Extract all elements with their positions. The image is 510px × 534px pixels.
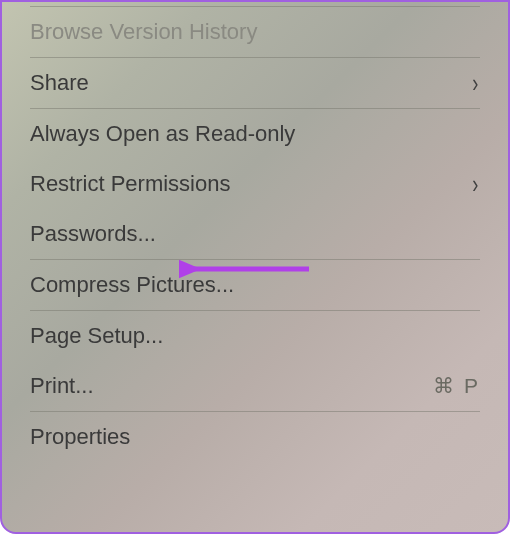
menu-item-label: Print... bbox=[30, 373, 94, 399]
menu-item-label: Page Setup... bbox=[30, 323, 163, 349]
menu-item-label: Browse Version History bbox=[30, 19, 257, 45]
file-menu: Browse Version History Share › Always Op… bbox=[0, 0, 510, 534]
menu-item-label: Share bbox=[30, 70, 89, 96]
menu-item-label: Passwords... bbox=[30, 221, 156, 247]
chevron-right-icon: › bbox=[473, 70, 479, 96]
compress-pictures-item[interactable]: Compress Pictures... bbox=[2, 260, 508, 310]
page-setup-item[interactable]: Page Setup... bbox=[2, 311, 508, 361]
menu-item-label: Restrict Permissions bbox=[30, 171, 230, 197]
share-item[interactable]: Share › bbox=[2, 58, 508, 108]
browse-version-history-item: Browse Version History bbox=[2, 7, 508, 57]
menu-item-label: Always Open as Read-only bbox=[30, 121, 295, 147]
restrict-permissions-item[interactable]: Restrict Permissions › bbox=[2, 159, 508, 209]
menu-item-label: Compress Pictures... bbox=[30, 272, 234, 298]
chevron-right-icon: › bbox=[473, 171, 479, 197]
menu-item-label: Properties bbox=[30, 424, 130, 450]
always-open-read-only-item[interactable]: Always Open as Read-only bbox=[2, 109, 508, 159]
print-item[interactable]: Print... ⌘ P bbox=[2, 361, 508, 411]
properties-item[interactable]: Properties bbox=[2, 412, 508, 462]
passwords-item[interactable]: Passwords... bbox=[2, 209, 508, 259]
keyboard-shortcut: ⌘ P bbox=[433, 374, 480, 398]
